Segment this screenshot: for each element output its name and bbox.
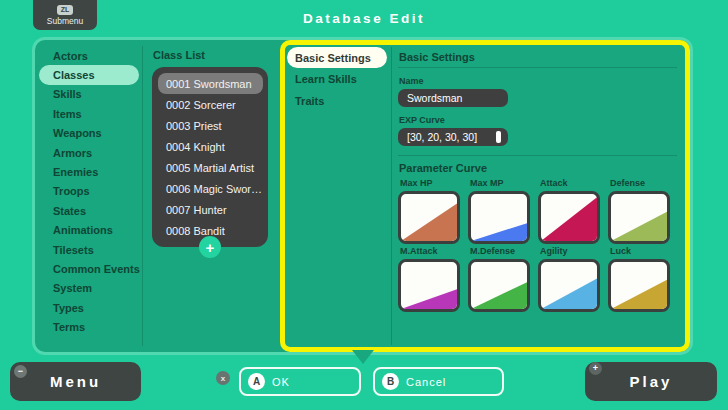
pane-title: Basic Settings: [398, 49, 677, 68]
param-label: Defense: [610, 178, 670, 189]
sidebar-item-weapons[interactable]: Weapons: [35, 124, 142, 143]
sidebar-item-tilesets[interactable]: Tilesets: [35, 240, 142, 259]
section-divider: [398, 155, 677, 156]
exp-curve-label: EXP Curve: [399, 115, 677, 125]
sidebar-item-animations[interactable]: Animations: [35, 221, 142, 240]
text-cursor: [496, 131, 501, 143]
param-cell-m-defense: M.Defense: [468, 244, 530, 312]
play-button[interactable]: Play: [585, 362, 717, 401]
param-label: Attack: [540, 178, 600, 189]
sidebar-item-common-events[interactable]: Common Events: [35, 259, 142, 278]
name-field[interactable]: Swordsman: [398, 89, 508, 107]
curve-triangle: [471, 194, 527, 241]
parameter-curve-title: Parameter Curve: [399, 162, 677, 174]
sidebar-item-system[interactable]: System: [35, 279, 142, 298]
sidebar-item-actors[interactable]: Actors: [35, 46, 142, 65]
param-label: Luck: [610, 246, 670, 257]
editor-focus-section: Basic Settings Learn Skills Traits Basic…: [280, 40, 690, 352]
agility-curve-card[interactable]: [538, 259, 600, 312]
curve-triangle: [401, 262, 457, 309]
play-label: Play: [630, 373, 673, 390]
param-label: Agility: [540, 246, 600, 257]
tab-basic-settings[interactable]: Basic Settings: [287, 47, 387, 68]
param-cell-max-mp: Max MP: [468, 176, 530, 244]
exp-curve-value: [30, 20, 30, 30]: [407, 131, 477, 143]
ok-label: OK: [272, 376, 290, 388]
defense-curve-card[interactable]: [608, 191, 670, 244]
screen: ZL Submenu Database Edit Actors Classes …: [0, 0, 728, 410]
sidebar-item-states[interactable]: States: [35, 201, 142, 220]
param-cell-defense: Defense: [608, 176, 670, 244]
sidebar-item-skills[interactable]: Skills: [35, 85, 142, 104]
sidebar-item-armors[interactable]: Armors: [35, 143, 142, 162]
param-cell-max-hp: Max HP: [398, 176, 460, 244]
param-label: M.Attack: [400, 246, 460, 257]
luck-curve-card[interactable]: [608, 259, 670, 312]
m-defense-curve-card[interactable]: [468, 259, 530, 312]
class-item-0003[interactable]: 0003 Priest: [152, 115, 268, 136]
x-key-icon[interactable]: x: [216, 371, 230, 385]
editor-tabs: Basic Settings Learn Skills Traits: [285, 47, 391, 112]
param-cell-attack: Attack: [538, 176, 600, 244]
class-list-panel: 0001 Swordsman 0002 Sorcerer 0003 Priest…: [152, 67, 268, 247]
curve-triangle: [541, 194, 597, 241]
class-item-0001[interactable]: 0001 Swordsman: [158, 73, 263, 94]
a-key-icon: A: [248, 373, 265, 390]
b-key-icon: B: [382, 373, 399, 390]
class-item-0006[interactable]: 0006 Magic Swor…: [152, 178, 268, 199]
page-title: Database Edit: [0, 11, 728, 26]
param-label: Max MP: [470, 178, 530, 189]
plus-key-icon: +: [589, 362, 602, 375]
max-hp-curve-card[interactable]: [398, 191, 460, 244]
sidebar-item-troops[interactable]: Troops: [35, 182, 142, 201]
class-list-column: Class List 0001 Swordsman 0002 Sorcerer …: [143, 40, 280, 352]
class-item-0002[interactable]: 0002 Sorcerer: [152, 94, 268, 115]
ok-button[interactable]: A OK: [239, 367, 361, 396]
tab-traits[interactable]: Traits: [285, 90, 391, 112]
cancel-button[interactable]: B Cancel: [373, 367, 504, 396]
sidebar-item-types[interactable]: Types: [35, 298, 142, 317]
basic-settings-pane: Basic Settings Name Swordsman EXP Curve …: [392, 45, 685, 347]
parameter-curve-grid: Max HP Max MP Attack Defense: [398, 176, 677, 312]
param-label: M.Defense: [470, 246, 530, 257]
name-label: Name: [399, 76, 677, 86]
name-value: Swordsman: [407, 92, 462, 104]
param-cell-agility: Agility: [538, 244, 600, 312]
add-class-button[interactable]: +: [199, 236, 221, 258]
curve-triangle: [471, 262, 527, 309]
class-item-0007[interactable]: 0007 Hunter: [152, 199, 268, 220]
menu-label: Menu: [50, 373, 101, 390]
curve-triangle: [611, 262, 667, 309]
menu-button[interactable]: Menu: [10, 362, 141, 401]
minus-key-icon: −: [14, 365, 27, 378]
sidebar-item-items[interactable]: Items: [35, 104, 142, 123]
param-cell-luck: Luck: [608, 244, 670, 312]
attack-curve-card[interactable]: [538, 191, 600, 244]
curve-triangle: [401, 194, 457, 241]
panel-pointer: [352, 350, 374, 364]
sidebar-item-terms[interactable]: Terms: [35, 317, 142, 336]
exp-curve-field[interactable]: [30, 20, 30, 30]: [398, 128, 508, 146]
curve-triangle: [611, 194, 667, 241]
param-cell-m-attack: M.Attack: [398, 244, 460, 312]
max-mp-curve-card[interactable]: [468, 191, 530, 244]
sidebar-item-classes[interactable]: Classes: [39, 65, 139, 84]
class-item-0004[interactable]: 0004 Knight: [152, 136, 268, 157]
m-attack-curve-card[interactable]: [398, 259, 460, 312]
param-label: Max HP: [400, 178, 460, 189]
class-list-title: Class List: [143, 40, 280, 61]
database-panel: Actors Classes Skills Items Weapons Armo…: [35, 40, 690, 352]
sidebar-item-enemies[interactable]: Enemies: [35, 162, 142, 181]
curve-triangle: [541, 262, 597, 309]
tab-learn-skills[interactable]: Learn Skills: [285, 68, 391, 90]
cancel-label: Cancel: [406, 376, 446, 388]
category-sidebar: Actors Classes Skills Items Weapons Armo…: [35, 46, 142, 337]
class-item-0005[interactable]: 0005 Martial Artist: [152, 157, 268, 178]
